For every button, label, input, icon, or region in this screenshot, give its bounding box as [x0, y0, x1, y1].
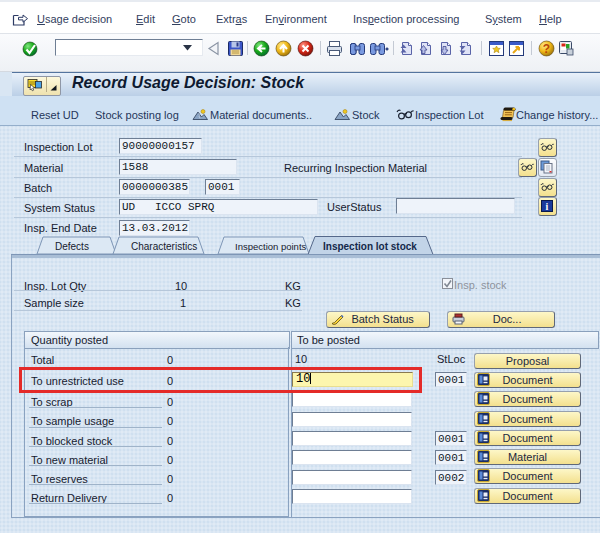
- svg-text:?: ?: [543, 42, 550, 56]
- svg-text:i: i: [546, 201, 549, 212]
